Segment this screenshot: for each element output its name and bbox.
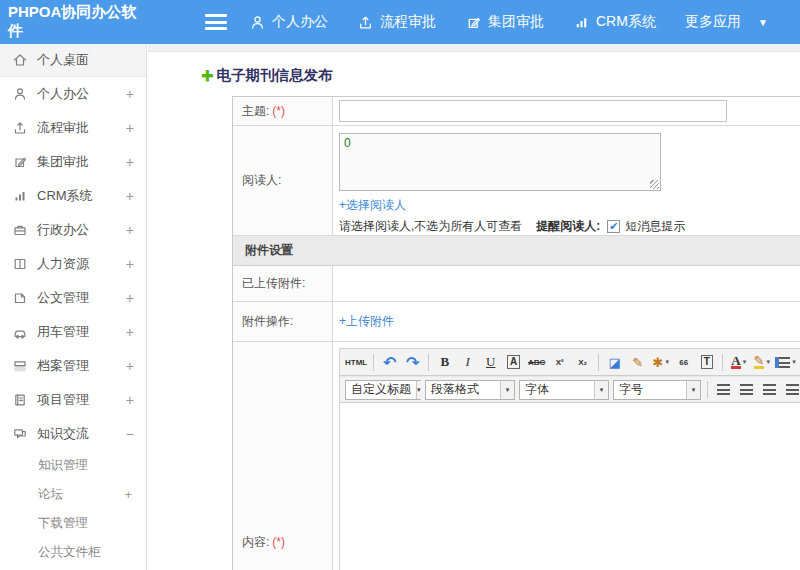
font-border-button[interactable]: A bbox=[503, 352, 524, 373]
expand-icon[interactable]: + bbox=[126, 222, 134, 238]
sidebar-subitem-3[interactable]: 公共文件柜 bbox=[0, 538, 146, 567]
subject-input[interactable] bbox=[339, 100, 727, 122]
expand-icon[interactable]: + bbox=[126, 324, 134, 340]
superscript-button[interactable]: X² bbox=[549, 352, 570, 373]
redo-button[interactable]: ↷ bbox=[402, 352, 423, 373]
chat-icon bbox=[12, 426, 28, 442]
expand-icon[interactable]: + bbox=[126, 290, 134, 306]
underline-button[interactable]: U bbox=[480, 352, 501, 373]
blockquote-button[interactable]: 66 bbox=[673, 352, 694, 373]
topnav-item-3[interactable]: CRM系统 bbox=[573, 13, 656, 31]
select-readers-link[interactable]: +选择阅读人 bbox=[339, 197, 406, 214]
upload-attachment-link[interactable]: +上传附件 bbox=[339, 313, 394, 330]
undo-button[interactable]: ↶ bbox=[379, 352, 400, 373]
attachment-action-row: 附件操作: +上传附件 bbox=[233, 302, 800, 342]
sidebar-item-5[interactable]: 行政办公+ bbox=[0, 213, 146, 247]
sidebar-item-label: 项目管理 bbox=[37, 391, 126, 409]
readers-textarea[interactable]: 0 bbox=[339, 133, 661, 191]
chart-icon bbox=[12, 188, 28, 204]
expand-icon[interactable]: + bbox=[126, 256, 134, 272]
ordered-list-button[interactable]: ▾ bbox=[774, 352, 797, 373]
dropdown-caret-icon: ▾ bbox=[743, 358, 747, 366]
remind-readers-label: 提醒阅读人: bbox=[536, 218, 600, 235]
align-center-button[interactable] bbox=[736, 379, 757, 400]
subscript-button[interactable]: X₂ bbox=[572, 352, 593, 373]
expand-icon[interactable]: + bbox=[126, 188, 134, 204]
rich-text-editor: HTML↶↷BIUAABCX²X₂◪✎✱▾66TA▾✎▾▾ 自定义标题▾段落格式… bbox=[339, 348, 800, 570]
topnav-item-2[interactable]: 集团审批 bbox=[465, 13, 544, 31]
font-family-select[interactable]: 字体▾ bbox=[519, 380, 609, 400]
sidebar-item-3[interactable]: 集团审批+ bbox=[0, 145, 146, 179]
sms-remind-checkbox[interactable]: ✔ bbox=[607, 220, 620, 233]
sidebar-item-0[interactable]: 个人桌面 bbox=[0, 44, 146, 77]
more-apps-caret-icon[interactable]: ▼ bbox=[758, 17, 768, 28]
strikethrough-button[interactable]: ABC bbox=[526, 352, 547, 373]
expand-icon[interactable]: + bbox=[126, 358, 134, 374]
custom-title-select[interactable]: 自定义标题▾ bbox=[345, 380, 421, 400]
menu-toggle-button[interactable] bbox=[205, 14, 227, 30]
align-right-button[interactable] bbox=[759, 379, 780, 400]
sidebar-item-10[interactable]: 项目管理+ bbox=[0, 383, 146, 417]
uploaded-attachments-row: 已上传附件: bbox=[233, 266, 800, 302]
topnav-label: 集团审批 bbox=[488, 13, 544, 31]
align-left-button[interactable] bbox=[713, 379, 734, 400]
topnav-item-1[interactable]: 流程审批 bbox=[357, 13, 436, 31]
paste-text-button[interactable]: T bbox=[696, 352, 717, 373]
expand-icon[interactable]: + bbox=[126, 120, 134, 136]
collapse-icon[interactable]: − bbox=[126, 426, 134, 442]
sidebar: 个人桌面个人办公+流程审批+集团审批+CRM系统+行政办公+人力资源+公文管理+… bbox=[0, 44, 147, 570]
sidebar-subitem-0[interactable]: 知识管理 bbox=[0, 451, 146, 480]
topnav-item-0[interactable]: 个人办公 bbox=[249, 13, 328, 31]
readers-value: 0 bbox=[344, 136, 351, 150]
attach-action-label-cell: 附件操作: bbox=[233, 302, 333, 341]
sidebar-subitem-label: 论坛 bbox=[38, 486, 124, 503]
expand-icon[interactable]: + bbox=[124, 487, 132, 502]
italic-button[interactable]: I bbox=[457, 352, 478, 373]
sidebar-subitem-label: 知识管理 bbox=[38, 457, 132, 474]
bold-button[interactable]: B bbox=[434, 352, 455, 373]
sidebar-item-label: 个人办公 bbox=[37, 85, 126, 103]
sidebar-item-1[interactable]: 个人办公+ bbox=[0, 77, 146, 111]
plus-icon: ✚ bbox=[201, 67, 214, 85]
home-icon bbox=[12, 52, 28, 68]
sidebar-item-9[interactable]: 档案管理+ bbox=[0, 349, 146, 383]
content-row: 内容: (*) HTML↶↷BIUAABCX²X₂◪✎✱▾66TA▾✎▾▾ 自定… bbox=[233, 342, 800, 570]
topnav-item-4[interactable]: 更多应用 bbox=[685, 13, 741, 31]
archive-icon bbox=[12, 358, 28, 374]
uploaded-attachments-value bbox=[333, 266, 800, 301]
sidebar-item-4[interactable]: CRM系统+ bbox=[0, 179, 146, 213]
sidebar-item-2[interactable]: 流程审批+ bbox=[0, 111, 146, 145]
dropdown-caret-icon: ▾ bbox=[792, 358, 796, 366]
briefcase-icon bbox=[12, 222, 28, 238]
editor-toolbar-row2: 自定义标题▾段落格式▾字体▾字号▾∞⊘ bbox=[340, 376, 800, 403]
flow-icon bbox=[357, 14, 374, 31]
expand-icon[interactable]: + bbox=[126, 86, 134, 102]
expand-icon[interactable]: + bbox=[126, 392, 134, 408]
format-brush-button[interactable]: ✎ bbox=[627, 352, 648, 373]
uploaded-label-cell: 已上传附件: bbox=[233, 266, 333, 301]
resize-grip-icon[interactable] bbox=[650, 180, 659, 189]
eraser-icon: ◪ bbox=[609, 355, 621, 370]
ordered-list-icon bbox=[775, 357, 790, 368]
font-size-select[interactable]: 字号▾ bbox=[613, 380, 701, 400]
sidebar-item-7[interactable]: 公文管理+ bbox=[0, 281, 146, 315]
page-title-text: 电子期刊信息发布 bbox=[217, 66, 333, 85]
justify-button[interactable] bbox=[782, 379, 800, 400]
sidebar-subitem-2[interactable]: 下载管理 bbox=[0, 509, 146, 538]
editor-canvas[interactable] bbox=[340, 403, 800, 570]
sidebar-item-8[interactable]: 用车管理+ bbox=[0, 315, 146, 349]
sidebar-item-6[interactable]: 人力资源+ bbox=[0, 247, 146, 281]
readers-hint: 请选择阅读人,不选为所有人可查看 bbox=[339, 218, 522, 235]
auto-typeset-button[interactable]: ✱▾ bbox=[650, 352, 671, 373]
sidebar-subitem-1[interactable]: 论坛+ bbox=[0, 480, 146, 509]
topnav-label: 个人办公 bbox=[272, 13, 328, 31]
sidebar-item-11[interactable]: 知识交流− bbox=[0, 417, 146, 451]
highlight-color-button[interactable]: ✎▾ bbox=[751, 352, 772, 373]
html-source-button[interactable]: HTML bbox=[344, 352, 368, 373]
expand-icon[interactable]: + bbox=[126, 154, 134, 170]
font-color-button[interactable]: A▾ bbox=[728, 352, 749, 373]
undo-icon: ↶ bbox=[383, 353, 396, 372]
eraser-button[interactable]: ◪ bbox=[604, 352, 625, 373]
paragraph-format-select[interactable]: 段落格式▾ bbox=[425, 380, 515, 400]
superscript-icon: X² bbox=[556, 358, 564, 367]
